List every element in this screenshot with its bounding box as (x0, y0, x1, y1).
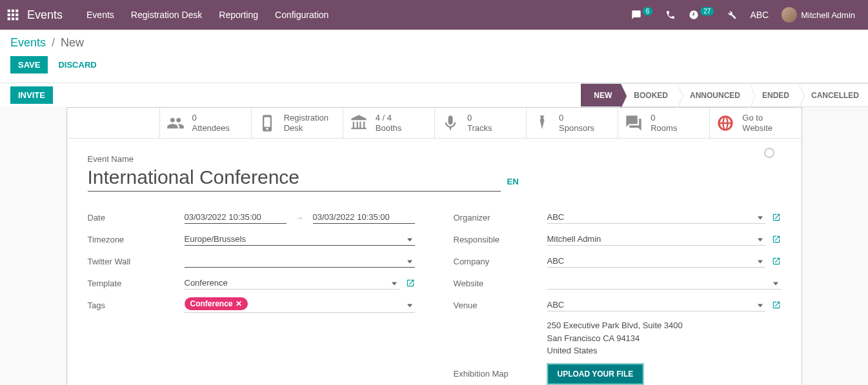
tag-remove-icon[interactable]: ✕ (236, 299, 242, 308)
phone-button[interactable] (665, 10, 676, 20)
language-button[interactable]: EN (507, 177, 519, 186)
twitter-select[interactable] (185, 255, 415, 268)
stat-buttons: 0Attendees RegistrationDesk 4 / 4Booths … (67, 108, 802, 139)
apps-icon[interactable] (6, 8, 19, 21)
label-tags: Tags (88, 301, 185, 310)
user-name: Mitchell Admin (801, 10, 855, 20)
stages: NEW BOOKED ANNOUNCED ENDED CANCELLED (581, 83, 868, 107)
debug-button[interactable] (727, 10, 737, 20)
save-button[interactable]: SAVE (10, 56, 48, 74)
event-name-input[interactable] (88, 165, 501, 192)
stage-row: INVITE NEW BOOKED ANNOUNCED ENDED CANCEL… (0, 83, 868, 107)
stat-sponsors[interactable]: 0Sponsors (527, 108, 618, 138)
stage-new[interactable]: NEW (581, 83, 621, 107)
upload-file-button[interactable]: UPLOAD YOUR FILE (547, 364, 644, 384)
date-start-input[interactable] (185, 211, 287, 224)
wrench-icon (727, 10, 737, 20)
company-select[interactable] (547, 255, 765, 268)
svg-rect-2 (15, 10, 18, 12)
external-link-icon[interactable] (772, 257, 781, 266)
label-exhibition-map: Exhibition Map (454, 369, 547, 379)
left-column: Date → Timezone Twitter Wall Templ (88, 210, 415, 385)
stage-announced[interactable]: ANNOUNCED (677, 83, 749, 107)
date-end-input[interactable] (313, 211, 415, 224)
right-column: Organizer Responsible Company Website (454, 210, 781, 385)
invite-button[interactable]: INVITE (10, 86, 53, 104)
svg-rect-3 (8, 14, 10, 16)
label-template: Template (88, 279, 185, 288)
stage-ended[interactable]: ENDED (749, 83, 798, 107)
user-menu[interactable]: Mitchell Admin (782, 7, 855, 23)
chat-badge: 6 (643, 7, 653, 15)
label-responsible: Responsible (454, 235, 547, 244)
timezone-select[interactable] (185, 233, 415, 246)
activity-badge: 27 (700, 7, 714, 15)
users-icon (167, 114, 185, 132)
external-link-icon[interactable] (406, 279, 415, 288)
svg-rect-5 (15, 14, 18, 16)
svg-rect-7 (12, 17, 14, 20)
avatar (782, 7, 797, 23)
label-date: Date (88, 213, 185, 222)
nav-registration-desk[interactable]: Registration Desk (131, 10, 203, 20)
mobile-icon (258, 114, 276, 132)
label-company: Company (454, 257, 547, 266)
form-sheet: 0Attendees RegistrationDesk 4 / 4Booths … (66, 107, 802, 385)
svg-rect-0 (8, 10, 10, 12)
discard-button[interactable]: DISCARD (58, 60, 96, 70)
phone-icon (665, 10, 676, 20)
breadcrumb: Events / New (10, 36, 858, 50)
action-buttons: SAVE DISCARD (0, 50, 868, 83)
svg-rect-8 (15, 17, 18, 20)
venue-address: 250 Executive Park Blvd, Suite 3400 San … (547, 319, 683, 357)
company-switcher[interactable]: ABC (750, 10, 769, 20)
label-website: Website (454, 279, 547, 288)
website-select[interactable] (547, 277, 781, 290)
label-twitter: Twitter Wall (88, 257, 185, 266)
stat-registration-desk[interactable]: RegistrationDesk (252, 108, 343, 138)
external-link-icon[interactable] (772, 235, 781, 244)
clock-icon (689, 10, 699, 20)
topbar: Events Events Registration Desk Reportin… (0, 0, 868, 30)
building-icon (350, 114, 368, 132)
activities-button[interactable]: 27 (689, 10, 714, 20)
breadcrumb-current: New (61, 36, 84, 49)
messaging-button[interactable]: 6 (631, 10, 653, 20)
svg-rect-4 (12, 14, 14, 16)
stat-tracks[interactable]: 0Tracks (435, 108, 527, 138)
stat-rooms[interactable]: 0Rooms (618, 108, 710, 138)
label-venue: Venue (454, 301, 547, 310)
globe-icon (716, 114, 734, 132)
label-organizer: Organizer (454, 213, 547, 222)
nav-configuration[interactable]: Configuration (275, 10, 328, 20)
tag-chip[interactable]: Conference✕ (185, 297, 248, 310)
kanban-state-indicator[interactable] (764, 148, 774, 158)
stat-booths[interactable]: 4 / 4Booths (343, 108, 435, 138)
external-link-icon[interactable] (772, 301, 781, 310)
breadcrumb-root[interactable]: Events (10, 36, 46, 49)
stat-website[interactable]: Go toWebsite (710, 108, 801, 138)
module-name[interactable]: Events (27, 8, 63, 22)
chat-icon (631, 10, 641, 20)
stat-attendees[interactable]: 0Attendees (160, 108, 252, 138)
svg-rect-1 (12, 10, 14, 12)
venue-select[interactable] (547, 299, 765, 311)
label-timezone: Timezone (88, 235, 185, 244)
stage-booked[interactable]: BOOKED (621, 83, 677, 107)
arrow-right-icon: → (296, 213, 304, 222)
comments-icon (625, 114, 643, 132)
template-select[interactable] (185, 277, 399, 290)
event-name-label: Event Name (88, 154, 501, 164)
mic-icon (441, 114, 459, 132)
external-link-icon[interactable] (772, 213, 781, 222)
nav-reporting[interactable]: Reporting (219, 10, 258, 20)
stage-cancelled[interactable]: CANCELLED (798, 83, 868, 107)
responsible-select[interactable] (547, 233, 765, 246)
svg-rect-6 (8, 17, 10, 20)
nav-events[interactable]: Events (86, 10, 114, 20)
tie-icon (533, 114, 551, 132)
breadcrumb-row: Events / New (0, 30, 868, 50)
organizer-select[interactable] (547, 211, 765, 224)
